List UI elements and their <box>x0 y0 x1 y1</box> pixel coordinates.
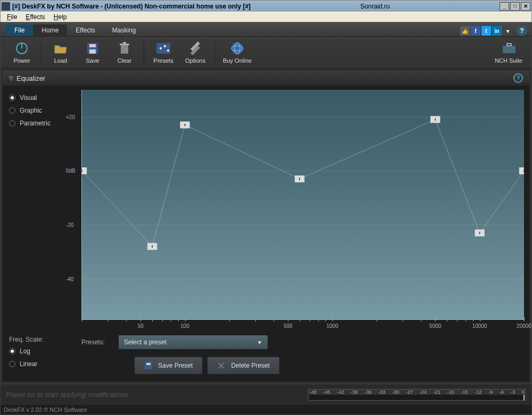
x-axis-label: 500 <box>284 323 293 329</box>
svg-point-9 <box>160 47 162 49</box>
scale-linear[interactable]: Linear <box>9 360 75 368</box>
meter-tick: -36 <box>364 389 371 395</box>
floppy-icon <box>86 41 99 55</box>
trash-icon <box>118 41 131 55</box>
buy-label: Buy Online <box>223 57 252 64</box>
x-axis-label: 1000 <box>326 323 338 329</box>
clear-label: Clear <box>118 57 131 64</box>
radio-icon <box>9 107 15 114</box>
eq-node[interactable] <box>477 231 483 235</box>
svg-point-10 <box>164 45 166 47</box>
svg-rect-5 <box>121 45 128 54</box>
facebook-icon[interactable]: f <box>471 26 480 36</box>
meter-tick: -45 <box>323 389 330 395</box>
svg-point-12 <box>231 43 243 54</box>
power-button[interactable]: Power <box>6 41 38 64</box>
floppy-icon <box>144 361 153 370</box>
x-axis-label: 10000 <box>472 323 487 329</box>
app-icon <box>2 2 10 11</box>
window-title: [#] DeskFX by NCH Software - (Unlicensed… <box>12 3 251 10</box>
clear-button[interactable]: Clear <box>109 41 140 64</box>
preset-select[interactable]: Select a preset ▼ <box>119 335 268 349</box>
suite-label: NCH Suite <box>495 57 522 64</box>
meter-tick: -33 <box>378 389 385 395</box>
svg-rect-8 <box>156 43 170 54</box>
close-button[interactable]: ✕ <box>521 2 530 11</box>
scale-log[interactable]: Log <box>9 348 75 355</box>
buy-online-button[interactable]: Buy Online <box>218 41 256 64</box>
power-label: Power <box>13 57 30 64</box>
delete-preset-button[interactable]: Delete Preset <box>207 357 279 374</box>
radio-icon <box>9 348 15 354</box>
meter-tick: -3 <box>511 389 515 395</box>
meter-tick: -6 <box>500 389 504 395</box>
maximize-button[interactable]: □ <box>510 2 520 11</box>
power-icon <box>15 41 29 55</box>
meter-tick: -39 <box>351 389 358 395</box>
help-icon[interactable]: ? <box>517 26 527 36</box>
thumbs-up-icon[interactable]: 👍 <box>460 26 470 36</box>
minimize-button[interactable]: _ <box>500 2 509 11</box>
twitter-icon[interactable]: t <box>481 26 491 36</box>
eq-node[interactable] <box>433 117 438 122</box>
menu-help[interactable]: Help <box>49 13 71 21</box>
radio-icon <box>9 361 15 367</box>
svg-point-11 <box>167 49 169 52</box>
os-menubar: File Effects Help <box>0 12 532 22</box>
eq-chart[interactable]: +200dB-20-4050100500100050001000020000 <box>81 90 524 320</box>
meter-tick: -27 <box>406 389 413 395</box>
tab-home[interactable]: Home <box>33 24 67 36</box>
ribbon-tabs: File Home Effects Masking 👍 f t in ▾ ? <box>1 23 531 37</box>
svg-rect-18 <box>146 363 151 365</box>
options-button[interactable]: Options <box>179 41 211 64</box>
meter-tick: -48 <box>310 389 317 395</box>
equalizer-panel: ▽ Equalizer ? Visual Graphic Parametric … <box>3 71 529 382</box>
save-preset-label: Save Preset <box>158 362 193 369</box>
scale-linear-label: Linear <box>20 360 37 368</box>
y-axis-label: -20 <box>66 222 73 228</box>
save-preset-button[interactable]: Save Preset <box>135 357 202 374</box>
load-button[interactable]: Load <box>45 41 77 64</box>
tab-effects[interactable]: Effects <box>67 24 103 36</box>
toolbar: Power Load Save Clear Presets Options Bu… <box>1 37 531 69</box>
mode-visual[interactable]: Visual <box>9 94 75 101</box>
eq-node[interactable] <box>182 123 188 128</box>
eq-node[interactable] <box>149 244 155 249</box>
eq-node[interactable] <box>297 176 302 181</box>
meter-tick: -30 <box>392 389 399 395</box>
menu-file[interactable]: File <box>3 13 21 21</box>
mode-graphic[interactable]: Graphic <box>9 107 75 114</box>
panel-header[interactable]: ▽ Equalizer ? <box>3 71 529 86</box>
meter-tick: -15 <box>461 389 468 395</box>
eq-sidebar: Visual Graphic Parametric Freq. Scale: L… <box>3 86 81 382</box>
x-axis-label: 20000 <box>517 323 531 329</box>
y-axis-label: -40 <box>66 276 73 282</box>
tab-file[interactable]: File <box>6 24 33 36</box>
mode-graphic-label: Graphic <box>20 107 42 114</box>
titlebar-center: Sonraid.ru <box>251 3 500 10</box>
status-hint: Power on to start applying modifications… <box>6 391 130 399</box>
presets-button[interactable]: Presets <box>147 41 179 64</box>
nch-suite-button[interactable]: NCH Suite <box>491 41 526 64</box>
presets-label: Presets <box>153 57 173 64</box>
save-button[interactable]: Save <box>77 41 109 64</box>
version-bar: DeskFX v 2.02 © NCH Software <box>1 405 531 414</box>
menu-effects[interactable]: Effects <box>21 13 49 21</box>
mode-parametric[interactable]: Parametric <box>9 120 75 127</box>
mode-parametric-label: Parametric <box>20 120 51 127</box>
preset-select-text: Select a preset <box>124 338 167 346</box>
suitcase-icon <box>502 41 516 55</box>
chevron-down-icon[interactable]: ▾ <box>503 26 512 36</box>
radio-icon <box>9 95 15 101</box>
svg-rect-3 <box>89 44 96 47</box>
window-titlebar: [#] DeskFX by NCH Software - (Unlicensed… <box>0 0 532 12</box>
meter-tick: -24 <box>420 389 427 395</box>
tab-masking[interactable]: Masking <box>104 24 145 36</box>
app-frame: File Home Effects Masking 👍 f t in ▾ ? P… <box>0 22 532 415</box>
tools-icon <box>188 41 202 55</box>
panel-help-icon[interactable]: ? <box>513 73 523 83</box>
x-axis-label: 100 <box>180 323 189 329</box>
meter-tick: -9 <box>488 389 493 395</box>
x-axis-label: 5000 <box>429 323 441 329</box>
linkedin-icon[interactable]: in <box>492 26 502 36</box>
